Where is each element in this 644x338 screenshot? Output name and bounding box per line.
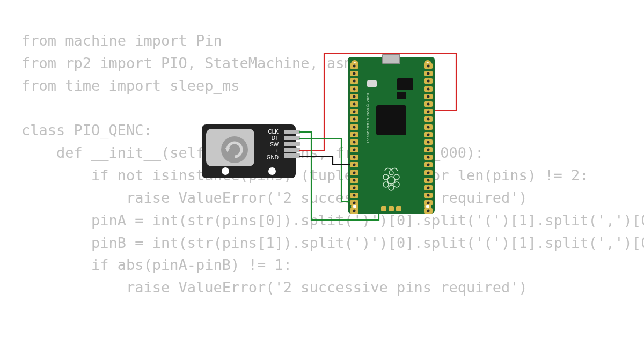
pico-pin xyxy=(350,208,358,214)
pico-pin xyxy=(424,124,433,130)
pico-pin xyxy=(350,132,358,137)
pico-pin xyxy=(424,193,433,198)
code-line: pinA = int(str(pins[0]).split(')')[0].sp… xyxy=(21,212,644,229)
pico-pin xyxy=(424,86,433,92)
mount-hole xyxy=(222,167,229,175)
encoder-rotate-icon xyxy=(221,136,248,163)
raspberry-pi-logo-icon xyxy=(379,164,403,193)
pico-pin xyxy=(350,86,358,92)
pico-pin xyxy=(424,139,433,145)
code-line: pinB = int(str(pins[1]).split(')')[0].sp… xyxy=(21,234,644,251)
svg-point-7 xyxy=(389,171,393,175)
pico-pin xyxy=(350,78,358,84)
pico-flash-chip xyxy=(397,78,413,90)
code-line: class PIO_QENC: xyxy=(21,122,152,138)
pico-pin-row-right xyxy=(424,63,433,214)
encoder-label-dt: DT xyxy=(267,135,279,142)
code-line: raise ValueError('2 successive pins requ… xyxy=(21,279,528,296)
code-line: from rp2 import PIO, StateMachine, asm_p… xyxy=(21,55,388,71)
svg-point-4 xyxy=(383,182,389,187)
pico-pin xyxy=(350,200,358,205)
rotary-encoder-module: CLK DT SW + GND xyxy=(202,124,296,178)
pico-pin xyxy=(424,94,433,99)
encoder-mount-holes xyxy=(202,167,296,175)
pico-pin xyxy=(350,178,358,183)
pico-pin xyxy=(424,101,433,107)
encoder-knob xyxy=(221,136,248,163)
svg-point-6 xyxy=(389,185,394,190)
encoder-pin xyxy=(284,142,300,146)
pico-regulator-chip xyxy=(397,92,406,99)
pico-pin xyxy=(350,139,358,145)
pico-pin xyxy=(350,193,358,198)
pico-board-text: Raspberry Pi Pico © 2020 xyxy=(366,93,370,143)
pico-usb-connector xyxy=(382,54,400,64)
code-line: raise ValueError('2 successive pins requ… xyxy=(21,189,528,206)
pico-pin xyxy=(350,155,358,160)
pico-pin xyxy=(424,170,433,175)
encoder-pin-labels: CLK DT SW + GND xyxy=(267,129,279,161)
code-line: from time import sleep_ms xyxy=(21,77,239,94)
pico-pin xyxy=(424,185,433,190)
encoder-pin xyxy=(284,148,300,152)
pico-bootsel-button xyxy=(367,80,377,87)
pico-debug-header xyxy=(381,206,401,211)
debug-pin xyxy=(389,206,394,211)
svg-point-5 xyxy=(394,182,399,187)
svg-marker-0 xyxy=(225,148,230,152)
encoder-pin xyxy=(284,130,300,134)
encoder-label-sw: SW xyxy=(267,142,279,148)
pico-pin xyxy=(350,109,358,114)
pico-pin xyxy=(350,71,358,76)
raspberry-pi-pico-board: Raspberry Pi Pico © 2020 xyxy=(348,57,435,214)
pico-pin xyxy=(350,170,358,175)
encoder-label-plus: + xyxy=(267,148,279,155)
encoder-header-pins xyxy=(284,130,300,158)
encoder-label-clk: CLK xyxy=(267,129,279,135)
pico-pin xyxy=(350,124,358,130)
pico-pin xyxy=(350,116,358,122)
pico-pin xyxy=(424,162,433,167)
pico-pin-row-left xyxy=(350,63,358,214)
code-background: from machine import Pin from rp2 import … xyxy=(21,30,644,299)
encoder-knob-plate xyxy=(206,129,254,166)
pico-pin xyxy=(424,208,433,214)
pico-pin xyxy=(350,94,358,99)
code-line: if not isinstance(pins, (tuple, list)) o… xyxy=(21,167,589,183)
pico-pin xyxy=(350,101,358,107)
pico-pin xyxy=(424,63,433,69)
svg-point-2 xyxy=(383,174,389,180)
encoder-pin xyxy=(284,136,300,140)
code-line: if abs(pinA-pinB) != 1: xyxy=(21,256,292,273)
encoder-label-gnd: GND xyxy=(267,155,279,161)
svg-point-3 xyxy=(394,174,399,180)
pico-pin xyxy=(424,71,433,76)
pico-pin xyxy=(424,116,433,122)
pico-rp2040-chip xyxy=(376,105,406,135)
pico-pin xyxy=(424,200,433,205)
pico-pin xyxy=(350,162,358,167)
pico-pin xyxy=(424,147,433,152)
mount-hole xyxy=(268,167,276,175)
pico-pin xyxy=(424,78,433,84)
encoder-pin xyxy=(284,153,300,158)
code-line: from machine import Pin xyxy=(21,32,222,49)
pico-pin xyxy=(424,178,433,183)
pico-pin xyxy=(350,147,358,152)
pico-pin xyxy=(424,109,433,114)
debug-pin xyxy=(396,206,401,211)
debug-pin xyxy=(381,206,386,211)
pico-pin xyxy=(350,63,358,69)
pico-pin xyxy=(350,185,358,190)
pico-pin xyxy=(424,132,433,137)
pico-pin xyxy=(424,155,433,160)
